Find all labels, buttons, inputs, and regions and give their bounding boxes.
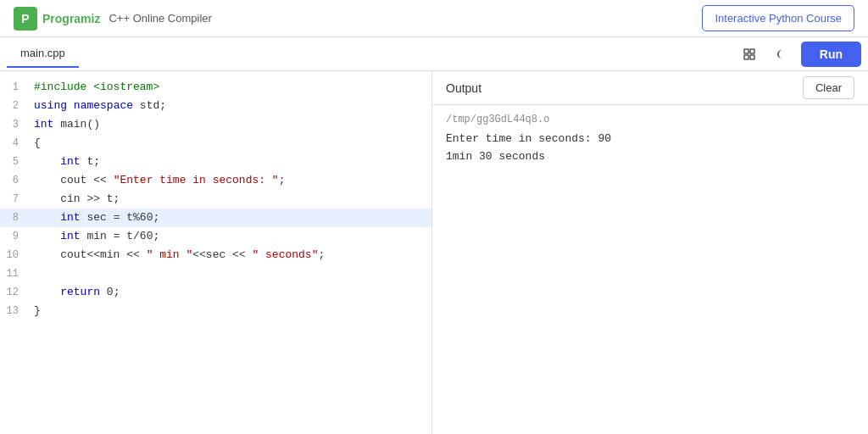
output-path: /tmp/gg3GdL44q8.o [446,114,854,125]
code-line: 9 int min = t/60; [0,227,431,246]
logo-text: Programiz [42,12,100,25]
svg-rect-2 [744,55,748,59]
line-content: cout<<min << " min "<<sec << " seconds"; [27,246,325,264]
toolbar: main.cpp Run [0,37,868,71]
svg-rect-3 [750,55,754,59]
output-label: Output [446,81,481,95]
code-line: 7 cin >> t; [0,190,431,209]
line-number: 12 [0,283,27,302]
code-line: 4{ [0,134,431,153]
line-number: 11 [0,264,27,283]
output-content: /tmp/gg3GdL44q8.o Enter time in seconds:… [432,105,868,434]
run-button[interactable]: Run [801,42,861,67]
line-number: 7 [0,190,27,209]
header-left: P Programiz C++ Online Compiler [14,7,212,31]
line-content: } [27,302,41,320]
logo-icon: P [14,7,37,31]
line-number: 10 [0,246,27,264]
interactive-python-button[interactable]: Interactive Python Course [702,5,854,31]
line-content: int min = t/60; [27,227,159,246]
output-toolbar: Output Clear [432,71,868,105]
line-content: return 0; [27,283,120,302]
code-line: 8 int sec = t%60; [0,209,431,227]
code-line: 6 cout << "Enter time in seconds: "; [0,171,431,190]
theme-toggle-button[interactable] [769,42,794,67]
svg-rect-1 [750,49,754,53]
output-text: Enter time in seconds: 90 1min 30 second… [446,131,854,166]
line-number: 6 [0,171,27,190]
code-line: 3int main() [0,115,431,134]
fullscreen-button[interactable] [737,42,762,67]
code-line: 1#include <iostream> [0,78,431,97]
tab-main-cpp[interactable]: main.cpp [7,40,79,68]
line-content [27,264,34,283]
code-line: 10 cout<<min << " min "<<sec << " second… [0,246,431,264]
code-line: 13} [0,302,431,320]
line-number: 2 [0,97,27,115]
code-area: 1#include <iostream>2using namespace std… [0,71,431,327]
compiler-title: C++ Online Compiler [108,12,211,25]
line-content: int sec = t%60; [27,209,159,227]
line-number: 4 [0,134,27,153]
line-content: #include <iostream> [27,78,159,97]
main-area: 1#include <iostream>2using namespace std… [0,71,868,434]
svg-rect-0 [744,49,748,53]
line-content: cin >> t; [27,190,120,209]
line-content: int main() [27,115,100,134]
line-number: 1 [0,78,27,97]
line-number: 5 [0,153,27,171]
line-number: 3 [0,115,27,134]
code-line: 12 return 0; [0,283,431,302]
header: P Programiz C++ Online Compiler Interact… [0,0,868,37]
line-number: 8 [0,209,27,227]
line-content: int t; [27,153,100,171]
logo: P Programiz [14,7,100,31]
code-line: 2using namespace std; [0,97,431,115]
line-content: cout << "Enter time in seconds: "; [27,171,285,190]
output-pane: Output Clear /tmp/gg3GdL44q8.o Enter tim… [432,71,868,434]
toolbar-icons [737,42,794,67]
line-content: { [27,134,41,153]
line-number: 9 [0,227,27,246]
line-content: using namespace std; [27,97,166,115]
clear-button[interactable]: Clear [803,76,854,99]
line-number: 13 [0,302,27,320]
editor-pane[interactable]: 1#include <iostream>2using namespace std… [0,71,432,434]
code-line: 5 int t; [0,153,431,171]
code-line: 11 [0,264,431,283]
